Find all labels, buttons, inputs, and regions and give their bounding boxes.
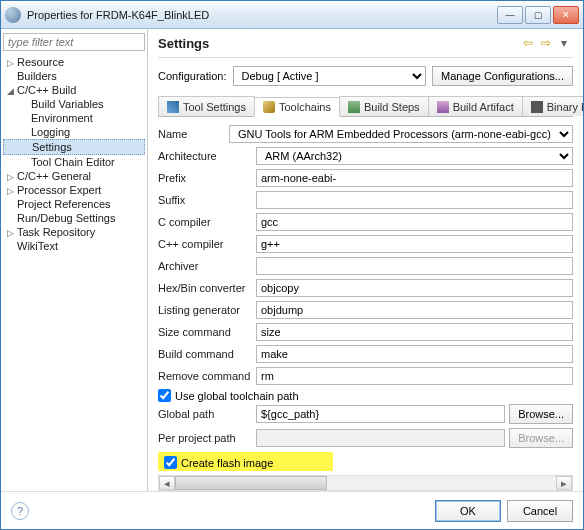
minimize-button[interactable]: — <box>497 6 523 24</box>
tree-ccbuild[interactable]: ◢C/C++ Build <box>3 83 145 97</box>
use-global-label: Use global toolchain path <box>175 390 299 402</box>
cpp-compiler-input[interactable] <box>256 235 573 253</box>
tree-project-refs[interactable]: Project References <box>3 197 145 211</box>
remove-command-label: Remove command <box>158 370 256 382</box>
architecture-label: Architecture <box>158 150 256 162</box>
suffix-input[interactable] <box>256 191 573 209</box>
artifact-icon <box>437 101 449 113</box>
manage-configurations-button[interactable]: Manage Configurations... <box>432 66 573 86</box>
perproject-browse-button: Browse... <box>509 428 573 448</box>
cancel-button[interactable]: Cancel <box>507 500 573 522</box>
scrollbar-thumb[interactable] <box>175 476 327 490</box>
c-compiler-label: C compiler <box>158 216 256 228</box>
tab-build-artifact[interactable]: Build Artifact <box>428 96 523 116</box>
tree-builders[interactable]: Builders <box>3 69 145 83</box>
name-label: Name <box>158 128 229 140</box>
size-label: Size command <box>158 326 256 338</box>
prefix-input[interactable] <box>256 169 573 187</box>
c-compiler-input[interactable] <box>256 213 573 231</box>
window-title: Properties for FRDM-K64F_BlinkLED <box>27 9 497 21</box>
create-flash-label: Create flash image <box>181 457 273 469</box>
tree-rundebug[interactable]: Run/Debug Settings <box>3 211 145 225</box>
forward-button[interactable]: ⇨ <box>537 35 555 51</box>
perproject-path-input <box>256 429 505 447</box>
tab-toolchains[interactable]: Toolchains <box>254 97 340 117</box>
build-command-label: Build command <box>158 348 256 360</box>
use-global-checkbox[interactable] <box>158 389 171 402</box>
ok-button[interactable]: OK <box>435 500 501 522</box>
archiver-label: Archiver <box>158 260 256 272</box>
toolchain-icon <box>263 101 275 113</box>
hexbin-label: Hex/Bin converter <box>158 282 256 294</box>
remove-command-input[interactable] <box>256 367 573 385</box>
global-path-input[interactable] <box>256 405 505 423</box>
horizontal-scrollbar[interactable]: ◂ ▸ <box>158 475 573 491</box>
wrench-icon <box>167 101 179 113</box>
archiver-input[interactable] <box>256 257 573 275</box>
global-path-label: Global path <box>158 408 256 420</box>
tree-processor-expert[interactable]: ▷Processor Expert <box>3 183 145 197</box>
cpp-compiler-label: C++ compiler <box>158 238 256 250</box>
tree-wikitext[interactable]: WikiText <box>3 239 145 253</box>
tree-task-repo[interactable]: ▷Task Repository <box>3 225 145 239</box>
help-icon[interactable]: ? <box>11 502 29 520</box>
architecture-select[interactable]: ARM (AArch32) <box>256 147 573 165</box>
tree-toolchain-editor[interactable]: Tool Chain Editor <box>3 155 145 169</box>
name-select[interactable]: GNU Tools for ARM Embedded Processors (a… <box>229 125 573 143</box>
scroll-right-icon[interactable]: ▸ <box>556 476 572 490</box>
menu-dropdown-icon[interactable]: ▾ <box>555 35 573 51</box>
prefix-label: Prefix <box>158 172 256 184</box>
tab-tool-settings[interactable]: Tool Settings <box>158 96 255 116</box>
build-command-input[interactable] <box>256 345 573 363</box>
config-select[interactable]: Debug [ Active ] <box>233 66 427 86</box>
config-label: Configuration: <box>158 70 227 82</box>
app-icon <box>5 7 21 23</box>
scroll-left-icon[interactable]: ◂ <box>159 476 175 490</box>
tree-resource[interactable]: ▷Resource <box>3 55 145 69</box>
tree-logging[interactable]: Logging <box>3 125 145 139</box>
global-browse-button[interactable]: Browse... <box>509 404 573 424</box>
back-button[interactable]: ⇦ <box>519 35 537 51</box>
size-input[interactable] <box>256 323 573 341</box>
highlighted-options: Create flash image Create extended listi… <box>158 452 333 471</box>
page-title: Settings <box>158 36 519 51</box>
create-flash-checkbox[interactable] <box>164 456 177 469</box>
filter-input[interactable] <box>3 33 145 51</box>
steps-icon <box>348 101 360 113</box>
hexbin-input[interactable] <box>256 279 573 297</box>
tree-ccgeneral[interactable]: ▷C/C++ General <box>3 169 145 183</box>
listing-label: Listing generator <box>158 304 256 316</box>
listing-input[interactable] <box>256 301 573 319</box>
perproject-path-label: Per project path <box>158 432 256 444</box>
close-button[interactable]: ✕ <box>553 6 579 24</box>
suffix-label: Suffix <box>158 194 256 206</box>
binary-icon <box>531 101 543 113</box>
tree-build-variables[interactable]: Build Variables <box>3 97 145 111</box>
tab-build-steps[interactable]: Build Steps <box>339 96 429 116</box>
tree-environment[interactable]: Environment <box>3 111 145 125</box>
tab-binary-parsers[interactable]: Binary Parsers <box>522 96 583 116</box>
navigation-tree: ▷Resource Builders ◢C/C++ Build Build Va… <box>1 29 148 491</box>
tree-settings[interactable]: Settings <box>3 139 145 155</box>
maximize-button[interactable]: ▢ <box>525 6 551 24</box>
